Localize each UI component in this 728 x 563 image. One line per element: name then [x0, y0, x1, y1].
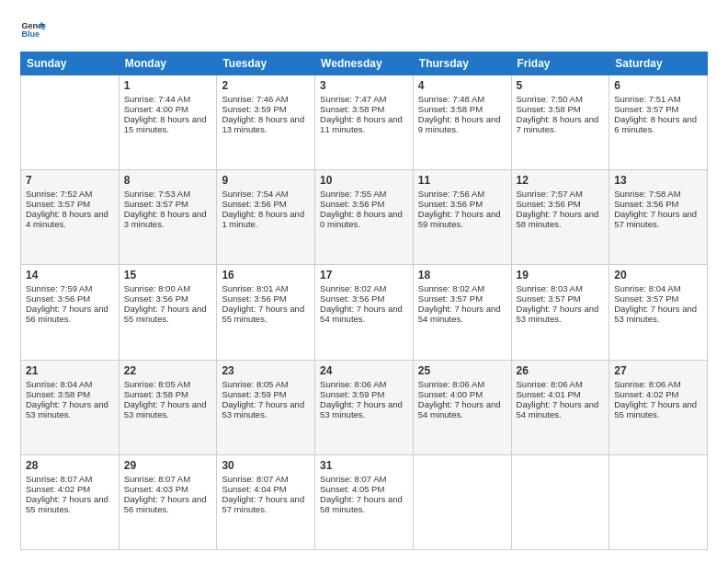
calendar-cell: 21Sunrise: 8:04 AMSunset: 3:58 PMDayligh…	[21, 360, 119, 454]
day-number: 26	[517, 364, 605, 377]
sunrise-text: Sunrise: 8:02 AM	[320, 283, 408, 293]
weekday-header: Wednesday	[315, 52, 414, 75]
daylight-text: Daylight: 7 hours and 58 minutes.	[320, 494, 408, 514]
sunrise-text: Sunrise: 8:06 AM	[418, 379, 506, 389]
calendar-cell: 26Sunrise: 8:06 AMSunset: 4:01 PMDayligh…	[511, 360, 609, 454]
day-number: 19	[517, 269, 605, 282]
day-number: 10	[320, 174, 408, 187]
sunrise-text: Sunrise: 7:56 AM	[418, 189, 506, 199]
day-number: 11	[418, 174, 506, 187]
daylight-text: Daylight: 7 hours and 54 minutes.	[320, 304, 408, 324]
day-number: 5	[517, 79, 605, 92]
day-number: 28	[26, 459, 114, 472]
daylight-text: Daylight: 8 hours and 3 minutes.	[124, 209, 212, 229]
calendar-cell: 2Sunrise: 7:46 AMSunset: 3:59 PMDaylight…	[217, 75, 315, 170]
day-number: 7	[26, 174, 114, 187]
calendar-week-row: 21Sunrise: 8:04 AMSunset: 3:58 PMDayligh…	[21, 360, 708, 454]
daylight-text: Daylight: 8 hours and 6 minutes.	[614, 114, 702, 134]
day-number: 9	[222, 174, 310, 187]
sunrise-text: Sunrise: 8:07 AM	[320, 474, 408, 484]
sunset-text: Sunset: 4:00 PM	[124, 104, 212, 114]
sunset-text: Sunset: 3:56 PM	[320, 199, 408, 209]
sunset-text: Sunset: 3:56 PM	[124, 293, 212, 304]
calendar-cell: 29Sunrise: 8:07 AMSunset: 4:03 PMDayligh…	[119, 454, 217, 549]
calendar-cell: 23Sunrise: 8:05 AMSunset: 3:59 PMDayligh…	[217, 360, 315, 454]
sunrise-text: Sunrise: 7:52 AM	[26, 189, 114, 199]
sunset-text: Sunset: 4:02 PM	[614, 389, 702, 399]
day-number: 27	[614, 364, 702, 377]
sunset-text: Sunset: 3:56 PM	[517, 199, 605, 209]
calendar-cell: 12Sunrise: 7:57 AMSunset: 3:56 PMDayligh…	[511, 170, 609, 265]
calendar-cell: 6Sunrise: 7:51 AMSunset: 3:57 PMDaylight…	[609, 75, 708, 170]
daylight-text: Daylight: 7 hours and 55 minutes.	[124, 304, 212, 324]
daylight-text: Daylight: 7 hours and 56 minutes.	[26, 304, 114, 324]
sunrise-text: Sunrise: 8:07 AM	[124, 474, 212, 484]
daylight-text: Daylight: 7 hours and 57 minutes.	[614, 209, 702, 229]
sunrise-text: Sunrise: 8:01 AM	[222, 283, 310, 293]
sunrise-text: Sunrise: 7:51 AM	[614, 94, 702, 104]
sunrise-text: Sunrise: 7:50 AM	[517, 94, 605, 104]
sunset-text: Sunset: 3:58 PM	[418, 104, 506, 114]
sunset-text: Sunset: 3:56 PM	[320, 293, 408, 304]
calendar-cell: 14Sunrise: 7:59 AMSunset: 3:56 PMDayligh…	[21, 265, 119, 360]
sunrise-text: Sunrise: 8:02 AM	[418, 283, 506, 293]
daylight-text: Daylight: 8 hours and 13 minutes.	[222, 114, 310, 134]
sunset-text: Sunset: 3:56 PM	[222, 293, 310, 304]
daylight-text: Daylight: 7 hours and 54 minutes.	[418, 304, 506, 324]
day-number: 30	[222, 459, 310, 472]
sunset-text: Sunset: 3:57 PM	[517, 293, 605, 304]
calendar-cell: 1Sunrise: 7:44 AMSunset: 4:00 PMDaylight…	[119, 75, 217, 170]
sunset-text: Sunset: 4:04 PM	[222, 484, 310, 494]
weekday-header: Sunday	[21, 52, 119, 75]
daylight-text: Daylight: 7 hours and 54 minutes.	[418, 399, 506, 419]
calendar-cell: 9Sunrise: 7:54 AMSunset: 3:56 PMDaylight…	[217, 170, 315, 265]
daylight-text: Daylight: 7 hours and 53 minutes.	[124, 399, 212, 419]
calendar-cell	[413, 454, 511, 549]
sunrise-text: Sunrise: 8:06 AM	[614, 379, 702, 389]
daylight-text: Daylight: 7 hours and 55 minutes.	[614, 399, 702, 419]
sunrise-text: Sunrise: 8:07 AM	[222, 474, 310, 484]
day-number: 6	[614, 79, 702, 92]
calendar-cell	[21, 75, 119, 170]
calendar-cell	[609, 454, 708, 549]
sunrise-text: Sunrise: 8:06 AM	[320, 379, 408, 389]
calendar-page: General Blue SundayMondayTuesdayWednesda…	[0, 0, 728, 563]
day-number: 23	[222, 364, 310, 377]
calendar-cell: 19Sunrise: 8:03 AMSunset: 3:57 PMDayligh…	[511, 265, 609, 360]
calendar-cell: 10Sunrise: 7:55 AMSunset: 3:56 PMDayligh…	[315, 170, 414, 265]
daylight-text: Daylight: 8 hours and 4 minutes.	[26, 209, 114, 229]
day-number: 8	[124, 174, 212, 187]
sunrise-text: Sunrise: 7:44 AM	[124, 94, 212, 104]
daylight-text: Daylight: 7 hours and 53 minutes.	[222, 399, 310, 419]
sunset-text: Sunset: 3:58 PM	[320, 104, 408, 114]
daylight-text: Daylight: 8 hours and 1 minute.	[222, 209, 310, 229]
weekday-header: Friday	[511, 52, 609, 75]
sunset-text: Sunset: 3:59 PM	[320, 389, 408, 399]
day-number: 20	[614, 269, 702, 282]
logo-icon: General Blue	[20, 17, 46, 42]
sunrise-text: Sunrise: 7:48 AM	[418, 94, 506, 104]
weekday-header-row: SundayMondayTuesdayWednesdayThursdayFrid…	[21, 52, 708, 75]
sunrise-text: Sunrise: 8:00 AM	[124, 283, 212, 293]
calendar-cell: 28Sunrise: 8:07 AMSunset: 4:02 PMDayligh…	[21, 454, 119, 549]
sunset-text: Sunset: 3:59 PM	[222, 389, 310, 399]
sunset-text: Sunset: 4:01 PM	[517, 389, 605, 399]
calendar-cell: 31Sunrise: 8:07 AMSunset: 4:05 PMDayligh…	[315, 454, 414, 549]
sunset-text: Sunset: 3:58 PM	[517, 104, 605, 114]
sunset-text: Sunset: 3:58 PM	[124, 389, 212, 399]
sunset-text: Sunset: 3:57 PM	[26, 199, 114, 209]
day-number: 1	[124, 79, 212, 92]
daylight-text: Daylight: 7 hours and 56 minutes.	[124, 494, 212, 514]
sunset-text: Sunset: 3:57 PM	[124, 199, 212, 209]
calendar-cell: 8Sunrise: 7:53 AMSunset: 3:57 PMDaylight…	[119, 170, 217, 265]
calendar-cell: 13Sunrise: 7:58 AMSunset: 3:56 PMDayligh…	[609, 170, 708, 265]
day-number: 24	[320, 364, 408, 377]
sunset-text: Sunset: 4:02 PM	[26, 484, 114, 494]
calendar-week-row: 1Sunrise: 7:44 AMSunset: 4:00 PMDaylight…	[21, 75, 708, 170]
sunrise-text: Sunrise: 8:07 AM	[26, 474, 114, 484]
calendar-week-row: 7Sunrise: 7:52 AMSunset: 3:57 PMDaylight…	[21, 170, 708, 265]
sunset-text: Sunset: 3:59 PM	[222, 104, 310, 114]
sunset-text: Sunset: 3:57 PM	[614, 104, 702, 114]
sunrise-text: Sunrise: 7:58 AM	[614, 189, 702, 199]
calendar-cell: 18Sunrise: 8:02 AMSunset: 3:57 PMDayligh…	[413, 265, 511, 360]
